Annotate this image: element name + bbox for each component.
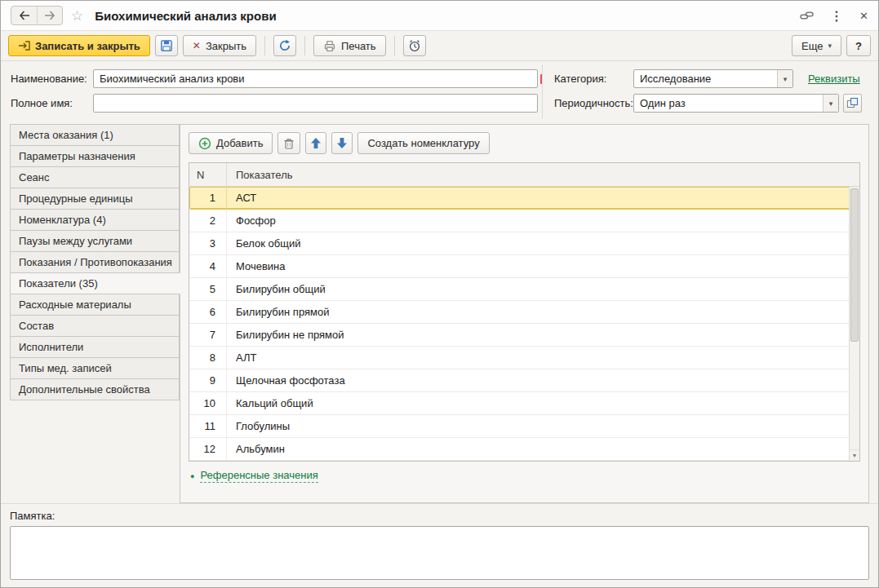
sidebar-item-indications[interactable]: Показания / Противопоказания: [10, 251, 180, 273]
chevron-down-icon[interactable]: ▾: [777, 70, 792, 87]
scroll-down-icon[interactable]: ▾: [850, 449, 859, 461]
periodicity-combobox[interactable]: Один раз ▾: [633, 94, 839, 113]
get-link-icon[interactable]: [800, 10, 814, 21]
move-up-button[interactable]: [305, 132, 326, 154]
vertical-scrollbar[interactable]: ▾: [849, 187, 859, 461]
command-bar: Записать и закрыть ✕ Закрыть Печать Еще …: [1, 31, 878, 61]
memo-section: Памятка:: [1, 503, 878, 587]
sidebar-item-performers[interactable]: Исполнители: [10, 336, 180, 358]
requisites-link[interactable]: Реквизиты: [808, 73, 860, 85]
close-x-icon: ✕: [193, 40, 201, 51]
row-indicator-cell: Билирубин не прямой: [227, 324, 859, 346]
header-fields: Наименование: Категория: Исследование ▾ …: [1, 61, 878, 122]
arrow-right-icon: [44, 11, 55, 20]
trash-icon: [282, 137, 295, 150]
table-row[interactable]: 6 Билирубин прямой: [189, 301, 859, 324]
indicators-table: N Показатель 1 АСТ 2 Фосфор 3 Белок общи…: [189, 162, 860, 462]
column-header-indicator[interactable]: Показатель: [227, 163, 859, 186]
fields-divider: [542, 64, 543, 119]
table-row[interactable]: 7 Билирубин не прямой: [189, 324, 859, 347]
print-label: Печать: [341, 40, 376, 52]
window-menu-icon[interactable]: ⋮: [830, 8, 843, 24]
page-title: Биохимический анализ крови: [95, 9, 276, 23]
category-combobox[interactable]: Исследование ▾: [633, 69, 793, 88]
table-row[interactable]: 2 Фосфор: [189, 210, 859, 232]
table-row[interactable]: 3 Белок общий: [189, 232, 859, 255]
favorite-star-icon[interactable]: ☆: [71, 7, 83, 24]
timer-button[interactable]: [403, 35, 426, 56]
category-value: Исследование: [634, 73, 777, 85]
sidebar-tabs: Места оказания (1) Параметры назначения …: [10, 124, 180, 503]
name-input[interactable]: [93, 69, 538, 88]
row-number-cell: 5: [189, 278, 227, 300]
more-actions-label: Еще: [801, 40, 823, 52]
move-down-button[interactable]: [331, 132, 353, 154]
arrow-up-icon: [310, 137, 322, 149]
table-row[interactable]: 10 Кальций общий: [189, 392, 859, 415]
row-indicator-cell: Фосфор: [227, 210, 859, 232]
row-number-cell: 12: [189, 438, 227, 460]
row-number-cell: 1: [189, 187, 227, 209]
sidebar-item-places[interactable]: Места оказания (1): [10, 124, 180, 146]
refresh-button[interactable]: [273, 35, 296, 56]
table-row[interactable]: 4 Мочевина: [189, 255, 859, 278]
close-window-icon[interactable]: ✕: [859, 10, 868, 22]
delete-row-button[interactable]: [277, 132, 300, 154]
table-row[interactable]: 11 Глобулины: [189, 415, 859, 438]
reference-values-link[interactable]: Референсные значения: [200, 469, 317, 483]
sidebar-item-procedure-units[interactable]: Процедурные единицы: [10, 188, 180, 210]
close-form-button[interactable]: ✕ Закрыть: [183, 35, 256, 56]
help-button[interactable]: ?: [846, 35, 871, 56]
sidebar-item-nomenclature[interactable]: Номенклатура (4): [10, 209, 180, 231]
print-button[interactable]: Печать: [313, 35, 386, 56]
add-plus-icon: [198, 137, 211, 150]
row-indicator-cell: Щелочная фосфотаза: [227, 369, 859, 391]
row-indicator-cell: Глобулины: [227, 415, 859, 437]
sidebar-item-session[interactable]: Сеанс: [10, 166, 180, 188]
row-indicator-cell: Билирубин общий: [227, 278, 859, 300]
arrow-left-icon: [19, 11, 30, 20]
row-number-cell: 2: [189, 210, 227, 232]
table-row[interactable]: 8 АЛТ: [189, 347, 859, 369]
add-row-label: Добавить: [216, 137, 263, 149]
app-window: ☆ Биохимический анализ крови ⋮ ✕ Записат…: [0, 0, 879, 588]
row-number-cell: 7: [189, 324, 227, 346]
full-name-input[interactable]: [93, 94, 538, 113]
row-indicator-cell: АЛТ: [227, 347, 859, 369]
toolbar-separator: [264, 36, 265, 55]
save-and-close-button[interactable]: Записать и закрыть: [8, 35, 150, 56]
row-number-cell: 8: [189, 347, 227, 369]
category-label: Категория:: [554, 73, 633, 85]
printer-icon: [323, 40, 336, 52]
forward-button[interactable]: [37, 7, 62, 24]
save-button[interactable]: [155, 35, 178, 56]
sidebar-item-composition[interactable]: Состав: [10, 315, 180, 337]
sidebar-item-service-pauses[interactable]: Паузы между услугами: [10, 230, 180, 252]
row-number-cell: 3: [189, 232, 227, 254]
add-row-button[interactable]: Добавить: [189, 132, 273, 154]
back-button[interactable]: [11, 7, 37, 24]
refresh-icon: [278, 39, 291, 52]
sidebar-item-consumables[interactable]: Расходные материалы: [10, 294, 180, 316]
sidebar-item-assignment-params[interactable]: Параметры назначения: [10, 145, 180, 167]
sidebar-item-med-record-types[interactable]: Типы мед. записей: [10, 357, 180, 379]
table-row[interactable]: 12 Альбумин: [189, 438, 859, 461]
table-row[interactable]: 5 Билирубин общий: [189, 278, 859, 301]
indicators-panel: Добавить Создать номенклатуру N: [180, 124, 869, 503]
open-periodicity-button[interactable]: [843, 94, 862, 113]
toolbar-separator: [394, 36, 395, 55]
sidebar-item-indicators[interactable]: Показатели (35): [10, 272, 180, 294]
name-label: Наименование:: [11, 73, 93, 85]
chevron-down-icon[interactable]: ▾: [823, 95, 838, 112]
more-actions-button[interactable]: Еще ▾: [792, 35, 841, 56]
memo-textarea[interactable]: [10, 526, 869, 580]
table-row[interactable]: 9 Щелочная фосфотаза: [189, 369, 859, 392]
row-number-cell: 6: [189, 301, 227, 323]
table-row[interactable]: 1 АСТ: [189, 187, 859, 210]
sidebar-item-additional-properties[interactable]: Дополнительные свойства: [10, 378, 180, 400]
create-nomenclature-button[interactable]: Создать номенклатуру: [357, 132, 489, 154]
scrollbar-thumb[interactable]: [850, 188, 859, 342]
column-header-n[interactable]: N: [189, 163, 227, 186]
row-indicator-cell: Белок общий: [227, 232, 859, 254]
row-number-cell: 10: [189, 392, 227, 414]
